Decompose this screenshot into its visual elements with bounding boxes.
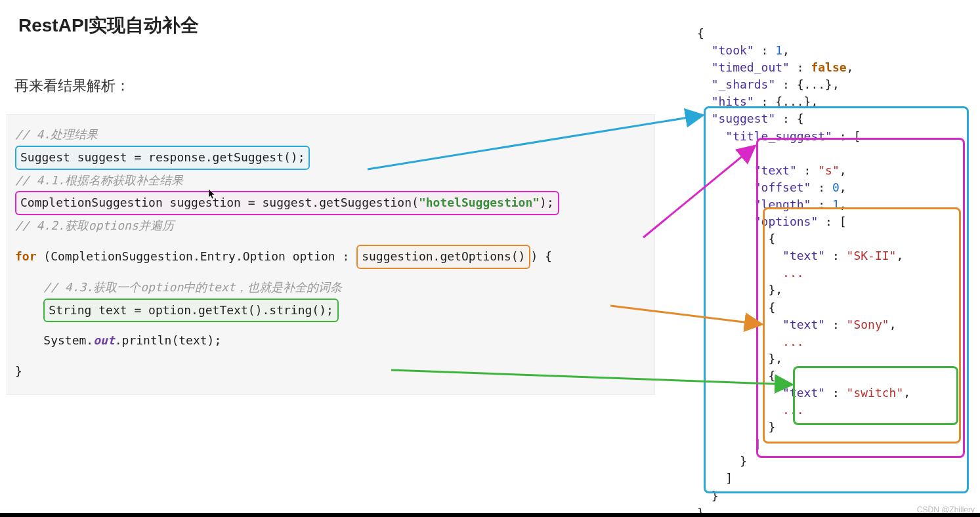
json-line: ] [697, 436, 970, 453]
page-title: RestAPI实现自动补全 [18, 13, 199, 38]
bottom-bar [0, 513, 980, 517]
json-line: "text" : "SK-II", [697, 247, 970, 264]
highlight-get-options: suggestion.getOptions() [356, 245, 530, 269]
json-line: "hits" : {...}, [697, 93, 970, 110]
code-comment: // 4.处理结果 [15, 125, 647, 144]
code-line: CompletionSuggestion suggestion = sugges… [15, 191, 647, 215]
code-text: System. [15, 333, 93, 347]
json-line: "options" : [ [697, 213, 970, 230]
json-line: ... [697, 264, 970, 281]
json-line: "text" : "s", [697, 162, 970, 179]
code-keyword: for [15, 249, 37, 263]
code-comment: // 4.1.根据名称获取补全结果 [15, 171, 647, 190]
code-text: ); [540, 196, 554, 209]
code-line: Suggest suggest = response.getSuggest(); [15, 146, 647, 170]
code-text: .println(text); [115, 333, 222, 347]
json-line: "length" : 1, [697, 196, 970, 213]
highlight-get-suggestion: CompletionSuggestion suggestion = sugges… [15, 191, 559, 215]
json-line: "timed_out" : false, [697, 59, 970, 76]
code-line: for (CompletionSuggestion.Entry.Option o… [15, 245, 647, 269]
json-line: "suggest" : { [697, 110, 970, 127]
json-line: ... [697, 333, 970, 350]
json-line: "text" : "Sony", [697, 316, 970, 333]
code-comment: // 4.2.获取options并遍历 [15, 217, 647, 236]
json-line: } [697, 453, 970, 470]
json-line: } [697, 419, 970, 436]
json-line: "offset" : 0, [697, 179, 970, 196]
json-line: "_shards" : {...}, [697, 76, 970, 93]
highlight-get-suggest: Suggest suggest = response.getSuggest(); [15, 146, 310, 170]
code-text: ) { [530, 249, 552, 263]
highlight-get-text: String text = option.getText().string(); [43, 299, 338, 323]
code-comment: // 4.3.获取一个option中的text，也就是补全的词条 [15, 278, 647, 297]
json-line: ] [697, 470, 970, 487]
json-line: { [697, 367, 970, 384]
code-line: } [15, 362, 647, 381]
json-line: { [697, 230, 970, 247]
json-line: "title_suggest" : [ [697, 128, 970, 145]
code-text: CompletionSuggestion suggestion = sugges… [20, 196, 419, 209]
json-line: "text" : "switch", [697, 384, 970, 402]
json-line: }, [697, 350, 970, 367]
code-line: System.out.println(text); [15, 331, 647, 350]
json-line: ... [697, 402, 970, 419]
subtitle: 再来看结果解析： [14, 76, 130, 96]
json-line: { [697, 25, 970, 42]
json-line: { [697, 299, 970, 316]
json-line: }, [697, 281, 970, 299]
code-text: (CompletionSuggestion.Entry.Option optio… [37, 249, 357, 263]
java-code-block: // 4.处理结果 Suggest suggest = response.get… [7, 114, 655, 395]
json-line: "took" : 1, [697, 42, 970, 59]
json-line: } [697, 487, 970, 505]
code-line: String text = option.getText().string(); [15, 299, 647, 323]
json-response-block: { "took" : 1, "timed_out" : false, "_sha… [697, 25, 970, 517]
code-out: out [93, 333, 115, 347]
code-string: "hotelSuggestion" [419, 196, 540, 209]
json-line: { [697, 145, 970, 162]
